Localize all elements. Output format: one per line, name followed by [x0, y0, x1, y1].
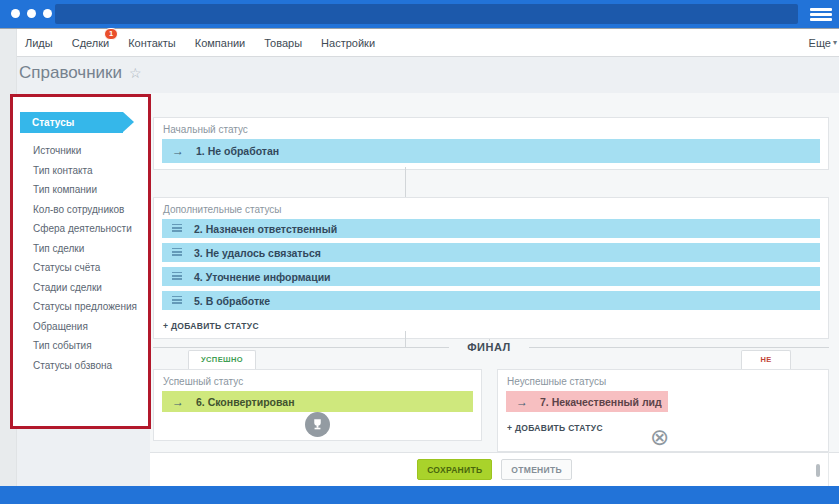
sidebar-item-industry[interactable]: Сфера деятельности: [13, 219, 148, 239]
sidebar-item-statuses-selected[interactable]: Статусы: [20, 112, 123, 133]
status-row[interactable]: 4. Уточнение информации: [162, 267, 820, 286]
main-nav: Лиды Сделки 1 Контакты Компании Товары Н…: [0, 28, 839, 57]
nav-more-label: Еще: [809, 37, 831, 49]
nav-item-label: Лиды: [25, 37, 53, 49]
drag-handle-icon[interactable]: [172, 248, 182, 257]
nav-item-label: Настройки: [321, 37, 375, 49]
drag-handle-icon[interactable]: [172, 296, 182, 305]
browser-top-bar: [0, 0, 839, 28]
sidebar-item-deal-type[interactable]: Тип сделки: [13, 239, 148, 259]
arrow-right-icon: →: [172, 396, 184, 408]
status-row-fail[interactable]: → 7. Некачественный лид: [506, 391, 668, 412]
additional-statuses-panel: Дополнительные статусы 2. Назначен ответ…: [153, 197, 829, 339]
cancel-button[interactable]: ОТМЕНИТЬ: [501, 459, 572, 480]
sidebar-item-employee-count[interactable]: Кол-во сотрудников: [13, 200, 148, 220]
status-name: 6. Сконвертирован: [196, 396, 294, 408]
hamburger-menu-icon[interactable]: [810, 8, 832, 21]
status-name: 5. В обработке: [194, 295, 270, 307]
nav-item-label: Сделки: [72, 37, 110, 49]
crm-directories-screen: Лиды Сделки 1 Контакты Компании Товары Н…: [0, 0, 839, 504]
sidebar-item-event-type[interactable]: Тип события: [13, 336, 148, 356]
cancel-circle-icon: ⊗: [650, 426, 669, 449]
page-title: Справочники ☆: [19, 63, 142, 83]
window-dot-icon: [11, 9, 20, 18]
section-label: Дополнительные статусы: [163, 204, 828, 215]
drag-handle-icon[interactable]: [172, 224, 182, 233]
window-controls: [11, 9, 52, 18]
nav-item-companies[interactable]: Компании: [195, 37, 246, 49]
pipeline-connector-line: [405, 167, 406, 197]
page-title-text: Справочники: [19, 63, 122, 83]
add-status-button[interactable]: + ДОБАВИТЬ СТАТУС: [507, 423, 603, 433]
status-name: 3. Не удалось связаться: [194, 247, 321, 259]
arrow-right-icon: →: [172, 145, 184, 157]
status-name: 2. Назначен ответственный: [194, 223, 337, 235]
final-divider-label: ФИНАЛ: [449, 341, 529, 354]
nav-items: Лиды Сделки 1 Контакты Компании Товары Н…: [25, 29, 375, 56]
save-button[interactable]: СОХРАНИТЬ: [417, 459, 492, 480]
sidebar-item-deal-stages[interactable]: Стадии сделки: [13, 278, 148, 298]
nav-item-products[interactable]: Товары: [264, 37, 302, 49]
tab-not-success[interactable]: НЕ УСПЕШНО: [741, 350, 791, 369]
section-label: Начальный статус: [163, 124, 828, 135]
window-dot-icon: [43, 9, 52, 18]
status-name: 7. Некачественный лид: [540, 396, 662, 408]
nav-item-settings[interactable]: Настройки: [321, 37, 375, 49]
sidebar-items: Источники Тип контакта Тип компании Кол-…: [13, 141, 148, 375]
section-label: Успешный статус: [163, 376, 481, 387]
sidebar-item-offer-statuses[interactable]: Статусы предложения: [13, 297, 148, 317]
section-label: Неуспешные статусы: [507, 376, 828, 387]
nav-item-label: Контакты: [128, 37, 176, 49]
scrollbar-track-divider: [828, 452, 829, 486]
pipeline-connector-line: [405, 331, 406, 348]
status-row-initial[interactable]: → 1. Не обработан: [162, 139, 820, 163]
status-row[interactable]: 2. Назначен ответственный: [162, 219, 820, 238]
arrow-right-icon: →: [516, 396, 528, 408]
nav-item-contacts[interactable]: Контакты: [128, 37, 176, 49]
nav-item-deals[interactable]: Сделки 1: [72, 37, 110, 49]
trophy-icon: [305, 412, 330, 437]
status-row[interactable]: 3. Не удалось связаться: [162, 243, 820, 262]
deals-count-badge: 1: [104, 28, 118, 40]
status-row[interactable]: 5. В обработке: [162, 291, 820, 310]
sidebar-item-requests[interactable]: Обращения: [13, 317, 148, 337]
actions-footer: СОХРАНИТЬ ОТМЕНИТЬ: [150, 452, 839, 486]
directories-sidebar-annotated: Статусы Источники Тип контакта Тип компа…: [10, 94, 151, 429]
nav-item-leads[interactable]: Лиды: [25, 37, 53, 49]
status-name: 1. Не обработан: [196, 145, 279, 157]
bottom-blue-bar: [0, 486, 839, 504]
favorite-star-icon[interactable]: ☆: [129, 65, 142, 81]
nav-item-label: Товары: [264, 37, 302, 49]
scrollbar-thumb[interactable]: [816, 464, 820, 477]
status-name: 4. Уточнение информации: [194, 271, 331, 283]
sidebar-item-invoice-statuses[interactable]: Статусы счёта: [13, 258, 148, 278]
initial-status-panel: Начальный статус → 1. Не обработан: [153, 117, 829, 170]
tab-success[interactable]: УСПЕШНО: [188, 350, 256, 369]
chevron-down-icon: ▾: [833, 38, 837, 47]
add-status-button[interactable]: + ДОБАВИТЬ СТАТУС: [163, 321, 259, 331]
drag-handle-icon[interactable]: [172, 272, 182, 281]
sidebar-item-sources[interactable]: Источники: [13, 141, 148, 161]
nav-item-label: Компании: [195, 37, 246, 49]
sidebar-item-call-statuses[interactable]: Статусы обзвона: [13, 356, 148, 376]
sidebar-item-contact-type[interactable]: Тип контакта: [13, 161, 148, 181]
status-row-success[interactable]: → 6. Сконвертирован: [162, 391, 473, 412]
sidebar-item-company-type[interactable]: Тип компании: [13, 180, 148, 200]
window-dot-icon: [27, 9, 36, 18]
nav-more-menu[interactable]: Еще ▾: [809, 29, 837, 56]
address-bar[interactable]: [55, 4, 798, 24]
